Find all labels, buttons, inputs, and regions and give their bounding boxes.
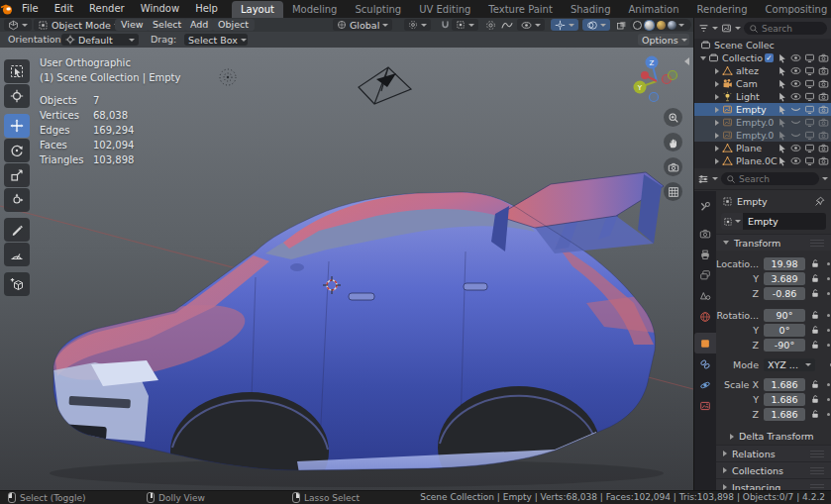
viewport-disable-icon[interactable] — [804, 117, 815, 128]
animate-dot[interactable] — [827, 314, 830, 317]
object-visibility-dropdown[interactable] — [517, 19, 545, 31]
shading-solid-button[interactable] — [644, 20, 655, 31]
selectable-icon[interactable] — [778, 79, 787, 89]
render-disable-icon[interactable] — [818, 78, 829, 89]
tool-cursor[interactable] — [4, 84, 30, 108]
viewport-disable-icon[interactable] — [804, 52, 815, 63]
ortho-toggle-button[interactable] — [664, 182, 682, 201]
selectable-icon[interactable] — [778, 105, 787, 115]
menu-file[interactable]: File — [14, 0, 47, 18]
animate-dot[interactable] — [827, 292, 830, 295]
tab-object[interactable] — [694, 333, 716, 353]
outliner-row-scene-collection[interactable]: Scene Collec — [694, 39, 831, 51]
scale-y-field[interactable]: 1.686 — [764, 393, 805, 406]
viewport-disable-icon[interactable] — [804, 155, 815, 166]
unhide-eye-closed-icon[interactable] — [790, 117, 801, 128]
mode-dropdown[interactable]: Object Mode — [34, 19, 124, 31]
viewport-disable-icon[interactable] — [804, 143, 815, 153]
transform-panel-header[interactable]: Transform — [716, 234, 831, 251]
zoom-view-button[interactable] — [664, 108, 682, 127]
proportional-falloff-dropdown[interactable] — [497, 19, 517, 31]
lock-open-icon[interactable] — [808, 288, 822, 298]
tab-view-layer[interactable] — [694, 264, 716, 285]
pivot-point-dropdown[interactable] — [404, 19, 431, 31]
panel-grip[interactable] — [810, 240, 824, 247]
rotation-x-field[interactable]: 90° — [764, 309, 805, 322]
shading-material-button[interactable] — [657, 21, 666, 30]
lock-open-icon[interactable] — [808, 273, 822, 283]
outliner-row-empty-001[interactable]: Empty.0 — [694, 116, 831, 129]
tool-add-cube[interactable] — [4, 272, 30, 296]
panel-grip[interactable] — [810, 451, 824, 457]
outliner-filter-caret[interactable] — [735, 27, 741, 30]
render-disable-icon[interactable] — [818, 65, 829, 76]
outliner-display-mode-icon[interactable] — [698, 23, 709, 34]
viewport-disable-icon[interactable] — [804, 78, 815, 89]
outliner-row-light[interactable]: Light — [694, 90, 831, 103]
render-disable-icon[interactable] — [818, 117, 829, 128]
unhide-eye-closed-icon[interactable] — [790, 104, 801, 115]
overlays-dropdown[interactable] — [582, 19, 610, 31]
selectable-icon[interactable] — [778, 144, 787, 153]
scale-x-field[interactable]: 1.686 — [764, 378, 805, 391]
pin-icon[interactable] — [814, 196, 825, 207]
outliner-row-empty-active[interactable]: Empty — [694, 103, 831, 116]
tab-physics[interactable] — [694, 374, 716, 395]
outliner-row-empty-002[interactable]: Empty.0 — [694, 129, 831, 142]
render-disable-icon[interactable] — [818, 155, 829, 166]
tab-uv-editing[interactable]: UV Editing — [410, 1, 479, 18]
relations-panel[interactable]: Relations — [716, 445, 831, 461]
render-disable-icon[interactable] — [818, 143, 829, 153]
orientation-setting-dropdown[interactable]: Default — [61, 34, 139, 46]
delta-transform-panel[interactable]: Delta Transform — [716, 428, 831, 445]
animate-dot[interactable] — [827, 398, 830, 401]
render-disable-icon[interactable] — [818, 91, 829, 102]
sidebar-collapse-icon[interactable] — [684, 57, 689, 65]
animate-dot[interactable] — [827, 344, 830, 347]
render-disable-icon[interactable] — [818, 52, 829, 63]
viewport-disable-icon[interactable] — [804, 130, 815, 141]
menu-add[interactable]: Add — [184, 19, 214, 31]
render-disable-icon[interactable] — [818, 130, 829, 141]
lock-open-icon[interactable] — [808, 310, 822, 320]
menu-window[interactable]: Window — [133, 0, 187, 18]
lock-open-icon[interactable] — [808, 258, 822, 268]
menu-help[interactable]: Help — [187, 0, 226, 18]
animate-dot[interactable] — [827, 262, 830, 265]
hide-eye-icon[interactable] — [790, 78, 801, 89]
gizmo-y-neg[interactable] — [669, 71, 677, 80]
render-disable-icon[interactable] — [818, 104, 829, 115]
tool-measure[interactable] — [4, 243, 30, 266]
object-name-value[interactable]: Empty — [743, 213, 826, 230]
location-z-field[interactable]: -0.86 — [764, 287, 805, 300]
tab-output[interactable] — [694, 244, 716, 264]
selectable-icon[interactable] — [778, 118, 787, 128]
hide-eye-icon[interactable] — [790, 91, 801, 102]
tab-sculpting[interactable]: Sculpting — [346, 1, 410, 18]
rotation-y-field[interactable]: 0° — [764, 324, 805, 337]
camera-object[interactable] — [359, 67, 411, 104]
scale-z-field[interactable]: 1.686 — [764, 408, 805, 421]
pan-view-button[interactable] — [664, 133, 682, 151]
menu-edit[interactable]: Edit — [47, 0, 81, 18]
tab-layout[interactable]: Layout — [232, 1, 283, 18]
tab-modeling[interactable]: Modeling — [283, 1, 347, 18]
viewport-disable-icon[interactable] — [804, 91, 815, 102]
tab-render[interactable] — [694, 223, 716, 244]
outliner-row-collection[interactable]: Collectio ✓ — [694, 51, 831, 64]
tool-select-box[interactable] — [4, 59, 30, 83]
blender-logo-icon[interactable] — [0, 2, 14, 16]
tab-constraints[interactable] — [694, 353, 716, 374]
selectable-icon[interactable] — [778, 156, 787, 166]
tab-world[interactable] — [694, 306, 716, 327]
rotation-z-field[interactable]: -90° — [764, 339, 805, 352]
outliner-display-caret[interactable] — [712, 27, 718, 30]
instancing-panel[interactable]: Instancing — [716, 478, 831, 490]
tab-object-data[interactable] — [694, 395, 716, 416]
animate-dot[interactable] — [827, 329, 830, 332]
selectable-icon[interactable] — [778, 92, 787, 102]
shading-dropdown-caret[interactable] — [678, 24, 684, 27]
shading-wireframe-button[interactable] — [633, 21, 642, 30]
light-object[interactable] — [220, 69, 236, 85]
gizmo-x-axis[interactable] — [641, 71, 649, 79]
